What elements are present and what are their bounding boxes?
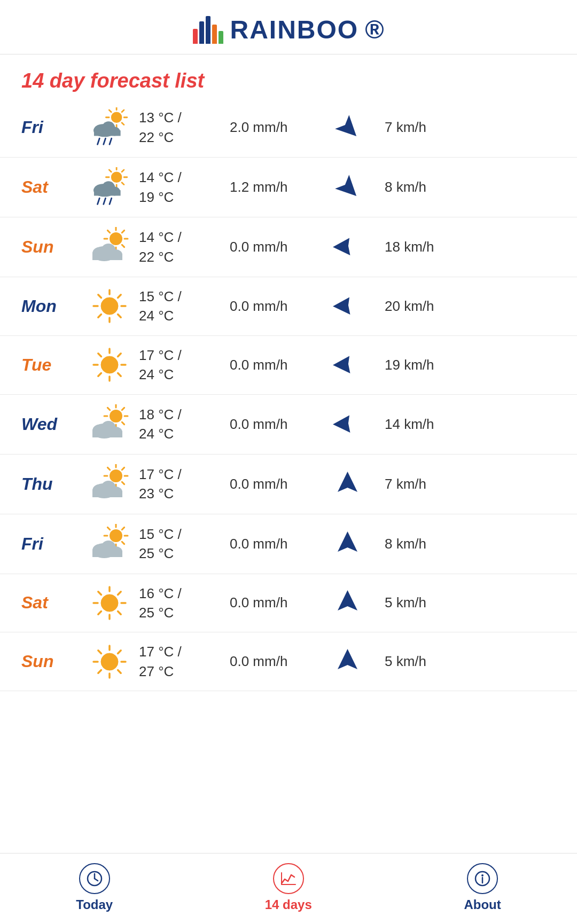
weather-icon <box>80 643 139 680</box>
temperature: 18 °C /24 °C <box>139 405 230 444</box>
wind-speed: 7 km/h <box>374 119 556 136</box>
wind-speed: 8 km/h <box>374 536 556 552</box>
logo: RAINBOO ® <box>193 15 384 44</box>
forecast-row: Fri 13 °C /22 °C 2.0 mm/h 7 km/h <box>0 98 577 158</box>
svg-marker-60 <box>333 293 358 319</box>
forecast-row: Sun 14 °C /22 °C 0.0 mm/h 18 km/h <box>0 217 577 277</box>
svg-point-142 <box>481 874 484 876</box>
weather-icon <box>80 107 139 147</box>
wind-speed: 5 km/h <box>374 653 556 670</box>
rain-amount: 0.0 mm/h <box>230 357 321 373</box>
wind-speed: 7 km/h <box>374 476 556 492</box>
svg-line-2 <box>122 123 124 125</box>
svg-line-44 <box>122 230 124 232</box>
temperature: 14 °C /19 °C <box>139 168 230 207</box>
rain-amount: 0.0 mm/h <box>230 239 321 255</box>
app-header: RAINBOO ® <box>0 0 577 54</box>
temperature: 15 °C /25 °C <box>139 524 230 563</box>
svg-line-14 <box>98 138 100 144</box>
wind-direction <box>321 469 374 499</box>
day-name: Sat <box>21 177 80 197</box>
forecast-row: Sat 14 °C /19 °C 1.2 mm/h 8 km/h <box>0 158 577 217</box>
svg-marker-115 <box>338 531 357 552</box>
weather-icon <box>80 584 139 622</box>
rain-amount: 0.0 mm/h <box>230 653 321 670</box>
forecast-row: Mon 15 °C /24 °C 0.0 mm/h 20 km/h <box>0 277 577 336</box>
svg-line-69 <box>118 354 121 357</box>
svg-line-67 <box>98 354 102 357</box>
svg-line-8 <box>122 110 124 112</box>
svg-line-134 <box>118 651 121 654</box>
svg-marker-17 <box>335 115 362 142</box>
wind-direction <box>321 173 374 202</box>
info-icon <box>467 863 498 894</box>
svg-line-132 <box>98 651 102 654</box>
svg-rect-13 <box>94 130 121 136</box>
wind-direction <box>321 292 374 321</box>
wind-speed: 14 km/h <box>374 416 556 433</box>
svg-rect-84 <box>92 431 122 437</box>
svg-line-109 <box>122 527 124 529</box>
temperature: 17 °C /23 °C <box>139 465 230 504</box>
svg-marker-50 <box>333 234 358 260</box>
nav-14days[interactable]: 14 days <box>265 863 312 912</box>
svg-line-79 <box>122 408 124 410</box>
svg-marker-125 <box>338 590 357 610</box>
logo-text: RAINBOO <box>230 15 358 44</box>
rain-amount: 0.0 mm/h <box>230 536 321 552</box>
svg-point-61 <box>101 356 118 373</box>
forecast-row: Fri 15 °C /25 °C 0.0 mm/h 8 km/h <box>0 514 577 574</box>
wind-direction <box>321 647 374 676</box>
rain-amount: 0.0 mm/h <box>230 594 321 611</box>
logo-registered: ® <box>365 15 384 44</box>
temperature: 17 °C /24 °C <box>139 346 230 385</box>
rain-amount: 1.2 mm/h <box>230 179 321 195</box>
svg-line-122 <box>98 592 102 595</box>
svg-line-6 <box>109 110 111 112</box>
forecast-row: Thu 17 °C /23 °C 0.0 mm/h 7 km/h <box>0 455 577 514</box>
forecast-row: Tue 17 °C /24 °C 0.0 mm/h 19 km/h <box>0 336 577 395</box>
svg-line-124 <box>118 592 121 595</box>
svg-line-88 <box>122 482 124 484</box>
nav-14days-label: 14 days <box>265 897 312 912</box>
wind-speed: 5 km/h <box>374 594 556 611</box>
svg-rect-31 <box>94 190 121 195</box>
chart-icon <box>273 863 304 894</box>
forecast-row: Sat 16 °C /25 °C 0.0 mm/h 5 km/h <box>0 574 577 633</box>
temperature: 13 °C /22 °C <box>139 108 230 147</box>
weather-icon <box>80 524 139 564</box>
wind-direction <box>321 232 374 262</box>
day-name: Fri <box>21 118 80 137</box>
svg-line-55 <box>98 315 102 318</box>
svg-line-33 <box>104 198 106 204</box>
page-title: 14 day forecast list <box>0 54 577 98</box>
svg-line-138 <box>95 879 98 881</box>
svg-line-38 <box>122 245 124 247</box>
clock-icon <box>79 863 110 894</box>
nav-about-label: About <box>464 897 501 912</box>
svg-line-120 <box>98 612 102 615</box>
day-name: Wed <box>21 414 80 434</box>
svg-line-65 <box>98 373 102 377</box>
svg-line-63 <box>118 373 121 377</box>
svg-point-101 <box>110 529 122 542</box>
wind-speed: 20 km/h <box>374 298 556 315</box>
bottom-nav[interactable]: Today 14 days About <box>0 853 577 924</box>
svg-point-126 <box>101 653 118 670</box>
rain-amount: 0.0 mm/h <box>230 416 321 433</box>
svg-line-128 <box>118 670 121 673</box>
day-name: Thu <box>21 474 80 494</box>
day-name: Fri <box>21 534 80 554</box>
svg-line-57 <box>98 295 102 298</box>
svg-rect-99 <box>92 491 122 497</box>
wind-speed: 19 km/h <box>374 357 556 373</box>
day-name: Sat <box>21 593 80 613</box>
temperature: 14 °C /22 °C <box>139 228 230 267</box>
nav-about[interactable]: About <box>464 863 501 912</box>
nav-today[interactable]: Today <box>76 863 113 912</box>
svg-point-86 <box>110 469 122 482</box>
wind-direction <box>321 113 374 142</box>
svg-line-103 <box>122 542 124 544</box>
svg-marker-100 <box>338 472 357 492</box>
wind-direction <box>321 529 374 559</box>
